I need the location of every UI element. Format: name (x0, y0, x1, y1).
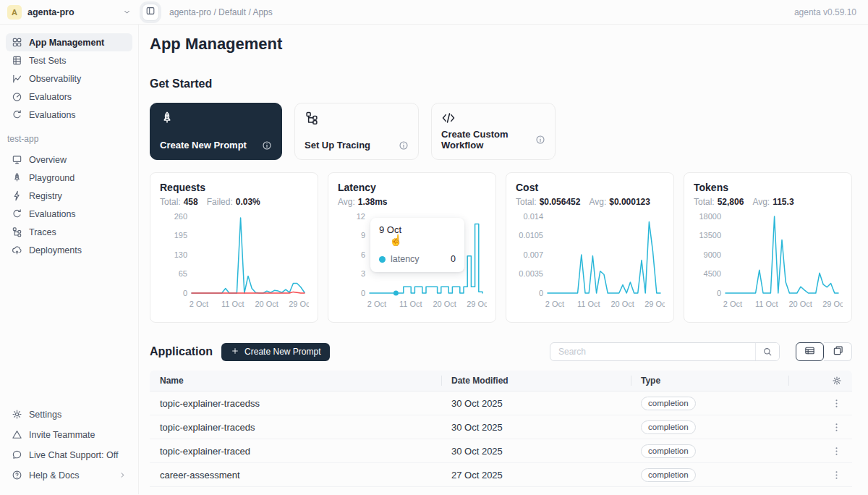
sidebar-item-evaluators[interactable]: Evaluators (6, 88, 132, 106)
sidebar-item-evaluations[interactable]: Evaluations (6, 205, 132, 223)
chart-plot[interactable]: 04500900013500180002 Oct11 Oct20 Oct29 O… (694, 212, 843, 313)
list-icon (12, 55, 22, 66)
row-menu-button[interactable] (788, 398, 852, 409)
svg-text:0.014: 0.014 (523, 212, 543, 221)
chart-stat: Avg:1.38ms (338, 197, 388, 207)
table-row-topic-explainer-traced[interactable]: topic-explainer-traced30 Oct 2025complet… (150, 439, 852, 463)
app-version: agenta v0.59.10 (794, 7, 856, 17)
table-view-button[interactable] (796, 342, 824, 361)
cell-type: completion (631, 444, 788, 458)
chart-card-latency: LatencyAvg:1.38ms0369122 Oct11 Oct20 Oct… (328, 172, 496, 323)
svg-text:9: 9 (361, 231, 365, 240)
chart-title: Tokens (694, 182, 844, 193)
svg-text:0.0105: 0.0105 (519, 231, 543, 240)
sidebar-item-label: Evaluators (29, 92, 72, 102)
rocket-icon (12, 172, 22, 183)
svg-text:0: 0 (717, 289, 721, 297)
svg-text:0: 0 (361, 289, 365, 297)
sidebar-collapse-button[interactable] (142, 4, 159, 21)
get-started-card-create-new-prompt[interactable]: Create New Prompt (150, 103, 282, 160)
chart-title: Cost (516, 182, 666, 193)
breadcrumb[interactable]: agenta-pro / Default / Apps (169, 7, 273, 17)
panel-left-icon (145, 6, 156, 18)
sidebar-item-registry[interactable]: Registry (6, 187, 132, 205)
sidebar-item-label: Registry (29, 191, 62, 201)
search-input[interactable] (550, 347, 755, 357)
get-started-card-set-up-tracing[interactable]: Set Up Tracing (294, 103, 419, 160)
chart-stat: Avg:$0.000123 (589, 197, 650, 207)
applications-table: NameDate ModifiedType topic-explainer-tr… (150, 371, 852, 487)
sidebar-item-overview[interactable]: Overview (6, 151, 132, 169)
hand-cursor-icon: ☝ (389, 234, 403, 247)
sidebar-item-observability[interactable]: Observability (6, 69, 132, 88)
search-box (550, 342, 780, 361)
main-content: App Management Get Started Create New Pr… (139, 25, 868, 494)
refresh-icon (12, 208, 22, 219)
create-new-prompt-label: Create New Prompt (244, 347, 320, 357)
card-view-button[interactable] (824, 342, 852, 361)
sidebar-item-deployments[interactable]: Deployments (6, 241, 132, 259)
chart-stat: Failed:0.03% (207, 197, 260, 207)
workspace-name: agenta-pro (27, 7, 75, 17)
column-header-name: Name (150, 371, 441, 391)
table-row-topic-explainer-tracedss[interactable]: topic-explainer-tracedss30 Oct 2025compl… (150, 392, 852, 415)
row-menu-button[interactable] (788, 446, 852, 457)
table-row-career-assessment[interactable]: career-assessment27 Oct 2025completion (150, 463, 852, 487)
row-menu-button[interactable] (788, 422, 852, 433)
chart-icon (12, 73, 22, 84)
svg-text:20 Oct: 20 Oct (433, 300, 456, 308)
chart-plot[interactable]: 0651301952602 Oct11 Oct20 Oct29 Oct (160, 212, 309, 313)
info-icon[interactable] (399, 140, 409, 151)
card-label: Create New Prompt (160, 140, 247, 151)
sidebar-item-label: Test Sets (29, 56, 66, 66)
sidebar-item-label: Evaluations (29, 209, 76, 219)
table-row-topic-explainer-traceds[interactable]: topic-explainer-traceds30 Oct 2025comple… (150, 415, 852, 439)
chart-card-requests: RequestsTotal:458Failed:0.03%06513019526… (150, 172, 318, 323)
sidebar-item-app-management[interactable]: App Management (6, 33, 132, 51)
table-settings-gear-icon[interactable] (788, 371, 852, 391)
svg-text:3: 3 (361, 269, 365, 278)
sidebar-item-traces[interactable]: Traces (6, 223, 132, 241)
svg-text:2 Oct: 2 Oct (723, 300, 742, 308)
type-badge: completion (641, 420, 696, 434)
sidebar-item-invite-teammate[interactable]: Invite Teammate (6, 426, 132, 444)
cell-date-modified: 27 Oct 2025 (441, 470, 631, 481)
type-badge: completion (641, 468, 696, 482)
cell-date-modified: 30 Oct 2025 (441, 422, 631, 433)
column-header-type: Type (631, 371, 788, 391)
chart-tooltip: 9 Octlatency0 (370, 218, 464, 272)
plus-icon (231, 347, 239, 358)
sidebar-item-playground[interactable]: Playground (6, 169, 132, 187)
card-view-icon (833, 345, 843, 358)
chart-plot[interactable]: 00.00350.0070.01050.0142 Oct11 Oct20 Oct… (516, 212, 665, 313)
info-icon[interactable] (535, 135, 545, 145)
sidebar-item-live-chat-support-off[interactable]: Live Chat Support: Off (6, 446, 132, 464)
series-dot (379, 256, 386, 263)
svg-text:9000: 9000 (704, 250, 721, 259)
svg-text:130: 130 (174, 250, 187, 259)
create-new-prompt-button[interactable]: Create New Prompt (221, 343, 330, 361)
svg-text:29 Oct: 29 Oct (644, 300, 665, 308)
workspace-avatar: A (7, 5, 22, 20)
svg-text:0.007: 0.007 (523, 250, 543, 259)
sidebar-item-settings[interactable]: Settings (6, 405, 132, 423)
svg-text:195: 195 (174, 231, 187, 240)
svg-text:18000: 18000 (699, 212, 721, 221)
gauge-icon (12, 91, 22, 102)
tree-icon (305, 111, 409, 125)
sidebar-item-evaluations[interactable]: Evaluations (6, 106, 132, 124)
svg-text:2 Oct: 2 Oct (190, 300, 208, 308)
svg-text:0.0035: 0.0035 (519, 269, 543, 278)
workspace-selector[interactable]: A agenta-pro (7, 5, 132, 20)
sidebar-item-label: Playground (29, 173, 75, 183)
sidebar-item-test-sets[interactable]: Test Sets (6, 51, 132, 69)
sidebar-item-help-docs[interactable]: Help & Docs (6, 466, 132, 484)
get-started-card-create-custom-workflow[interactable]: Create Custom Workflow (431, 103, 556, 160)
search-icon[interactable] (755, 343, 779, 360)
tooltip-series-label: latency (391, 254, 420, 264)
cell-date-modified: 30 Oct 2025 (441, 398, 631, 409)
chart-stat: Total:$0.056452 (516, 197, 580, 207)
info-icon[interactable] (262, 140, 272, 151)
row-menu-button[interactable] (788, 470, 852, 481)
chart-card-cost: CostTotal:$0.056452Avg:$0.00012300.00350… (506, 172, 674, 323)
